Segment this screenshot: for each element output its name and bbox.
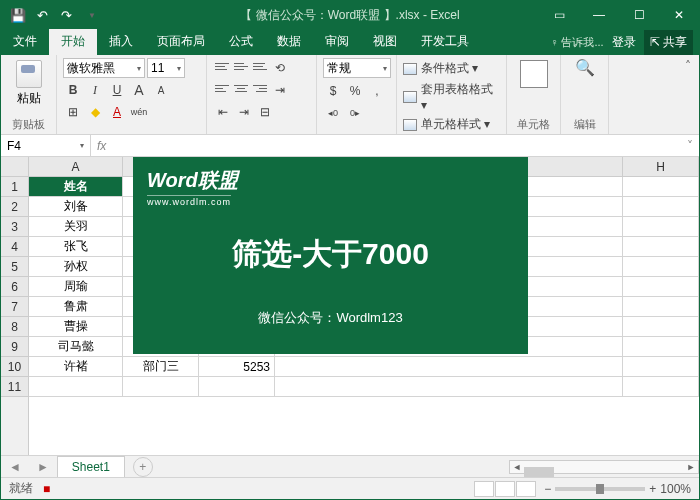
page-break-view-button[interactable] [516,481,536,497]
bold-button[interactable]: B [63,80,83,100]
align-bottom-icon[interactable] [251,58,269,74]
cell[interactable]: 张飞 [29,237,123,257]
underline-button[interactable]: U [107,80,127,100]
scroll-thumb[interactable] [524,467,554,477]
row-header[interactable]: 1 [1,177,28,197]
cell[interactable] [623,297,699,317]
sheet-nav-right[interactable]: ► [29,460,57,474]
tab-formulas[interactable]: 公式 [217,28,265,55]
ribbon-options-icon[interactable]: ▭ [539,1,579,29]
orientation-button[interactable]: ⟲ [270,58,290,78]
cells-icon[interactable] [520,60,548,88]
cell[interactable]: 曹操 [29,317,123,337]
tab-data[interactable]: 数据 [265,28,313,55]
close-button[interactable]: ✕ [659,1,699,29]
row-header[interactable]: 11 [1,377,28,397]
normal-view-button[interactable] [474,481,494,497]
merge-button[interactable]: ⊟ [255,102,275,122]
horizontal-scrollbar[interactable]: ◄ ► [509,460,699,474]
scroll-left-icon[interactable]: ◄ [510,462,524,472]
zoom-slider[interactable] [555,487,645,491]
increase-indent-button[interactable]: ⇥ [234,102,254,122]
row-header[interactable]: 9 [1,337,28,357]
cell[interactable] [275,357,623,377]
row-header[interactable]: 3 [1,217,28,237]
add-sheet-button[interactable]: + [133,457,153,477]
cell[interactable] [623,257,699,277]
cell[interactable] [623,317,699,337]
cell[interactable] [623,177,699,197]
cell[interactable]: 5253 [199,357,275,377]
align-right-icon[interactable] [251,80,269,96]
zoom-out-button[interactable]: − [544,482,551,496]
cell[interactable] [123,377,199,397]
sheet-tab-1[interactable]: Sheet1 [57,456,125,477]
cell[interactable]: 孙权 [29,257,123,277]
align-top-icon[interactable] [213,58,231,74]
scroll-right-icon[interactable]: ► [684,462,698,472]
italic-button[interactable]: I [85,80,105,100]
row-header[interactable]: 8 [1,317,28,337]
zoom-level[interactable]: 100% [660,482,691,496]
tell-me[interactable]: ♀ 告诉我... [550,35,603,50]
paste-button[interactable]: 粘贴 [7,58,50,109]
fill-color-button[interactable]: ◆ [85,102,105,122]
row-header[interactable]: 2 [1,197,28,217]
wrap-text-button[interactable]: ⇥ [270,80,290,100]
row-header[interactable]: 4 [1,237,28,257]
decrease-indent-button[interactable]: ⇤ [213,102,233,122]
zoom-in-button[interactable]: + [649,482,656,496]
font-size-combo[interactable]: 11▾ [147,58,185,78]
align-middle-icon[interactable] [232,58,250,74]
phonetic-button[interactable]: wén [129,102,149,122]
shrink-font-button[interactable]: A [151,80,171,100]
expand-formula-bar[interactable]: ˅ [687,139,693,153]
collapse-ribbon-button[interactable]: ˄ [677,55,699,134]
cell-styles-button[interactable]: 单元格样式 ▾ [403,114,500,135]
login-link[interactable]: 登录 [612,34,636,51]
cell[interactable]: 部门三 [123,357,199,377]
conditional-format-button[interactable]: 条件格式 ▾ [403,58,500,79]
cell[interactable]: 姓名 [29,177,123,197]
decrease-decimal-button[interactable]: 0▸ [345,103,365,123]
cell[interactable] [623,337,699,357]
cell[interactable] [623,277,699,297]
cell[interactable] [623,197,699,217]
cell[interactable]: 鲁肃 [29,297,123,317]
increase-decimal-button[interactable]: ◂0 [323,103,343,123]
currency-button[interactable]: $ [323,81,343,101]
tab-view[interactable]: 视图 [361,28,409,55]
col-header-a[interactable]: A [29,157,123,177]
grow-font-button[interactable]: A [129,80,149,100]
fx-icon[interactable]: fx [97,139,106,153]
format-table-button[interactable]: 套用表格格式 ▾ [403,79,500,114]
cell[interactable] [623,377,699,397]
sheet-nav-left[interactable]: ◄ [1,460,29,474]
macro-record-icon[interactable]: ■ [43,482,50,496]
row-header[interactable]: 10 [1,357,28,377]
border-button[interactable]: ⊞ [63,102,83,122]
row-header[interactable]: 6 [1,277,28,297]
save-button[interactable]: 💾 [7,4,29,26]
find-icon[interactable]: 🔍 [574,58,596,80]
tab-file[interactable]: 文件 [1,28,49,55]
row-header[interactable]: 5 [1,257,28,277]
cell[interactable]: 许褚 [29,357,123,377]
select-all-button[interactable] [1,157,28,177]
cell[interactable]: 关羽 [29,217,123,237]
font-name-combo[interactable]: 微软雅黑▾ [63,58,145,78]
tab-home[interactable]: 开始 [49,28,97,55]
align-center-icon[interactable] [232,80,250,96]
cell[interactable] [623,237,699,257]
font-color-button[interactable]: A [107,102,127,122]
undo-button[interactable]: ↶ [31,4,53,26]
comma-button[interactable]: , [367,81,387,101]
cell[interactable]: 周瑜 [29,277,123,297]
tab-insert[interactable]: 插入 [97,28,145,55]
cell[interactable] [29,377,123,397]
tab-developer[interactable]: 开发工具 [409,28,481,55]
share-button[interactable]: ⇱ 共享 [644,30,693,55]
cell[interactable] [275,377,623,397]
maximize-button[interactable]: ☐ [619,1,659,29]
row-header[interactable]: 7 [1,297,28,317]
